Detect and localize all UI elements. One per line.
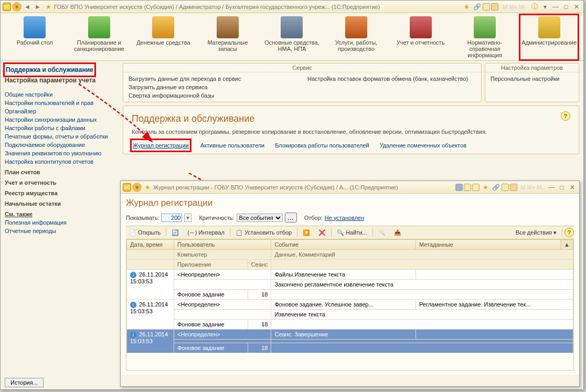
- close-icon[interactable]: ✕: [572, 2, 581, 12]
- section-ico-acc[interactable]: Учет и отчетность: [393, 16, 448, 58]
- clear-find-button[interactable]: 🔍: [375, 228, 389, 237]
- maximize-icon[interactable]: □: [557, 183, 567, 192]
- sidebar-link[interactable]: Настройка колонтитулов отчетов: [5, 157, 119, 166]
- section-label: Материальные запасы: [200, 39, 255, 52]
- open-button[interactable]: 📄 Открыть: [126, 228, 164, 237]
- find-button[interactable]: 🔍 Найти...: [334, 228, 370, 237]
- section-ico-plan[interactable]: Планирование и санкционирование: [71, 16, 126, 58]
- sidebar-link[interactable]: Общие настройки: [5, 90, 119, 99]
- help-icon[interactable]: ?: [564, 228, 574, 237]
- sidebar-link[interactable]: Настройки работы с файлами: [5, 124, 119, 132]
- table-row[interactable]: Фоновое задание18: [127, 343, 573, 353]
- all-actions-button[interactable]: Все действия ▾: [513, 228, 560, 237]
- star-icon[interactable]: ★: [44, 2, 53, 12]
- print-icon[interactable]: [464, 184, 471, 191]
- col-up-icon[interactable]: ▲: [561, 240, 573, 250]
- col-user[interactable]: Пользователь: [174, 240, 271, 250]
- show-input[interactable]: [161, 214, 182, 222]
- params-link[interactable]: Персональные настройки: [491, 75, 573, 83]
- section-ico-admin[interactable]: Администрирование: [521, 16, 577, 58]
- ico-desk-icon: [24, 16, 46, 38]
- col-datetime[interactable]: Дата, время: [127, 240, 174, 250]
- table-row[interactable]: i 26.11.2014 15:03:53<Неопределен>Файлы.…: [127, 270, 573, 280]
- table-row[interactable]: i 26.11.2014 15:03:53<Неопределен>Фоново…: [127, 300, 573, 310]
- star-icon[interactable]: ★: [143, 183, 152, 192]
- service-link[interactable]: Загрузить данные из сервиса: [129, 83, 297, 91]
- section-ico-assets[interactable]: Основные средства, НМА, НПА: [264, 16, 319, 58]
- sidebar-section[interactable]: Учет и отчетность: [5, 176, 119, 187]
- show-drop-icon[interactable]: ▾: [184, 214, 191, 222]
- table-row[interactable]: Извлечение текста: [127, 310, 573, 320]
- panel-link[interactable]: Блокировка работы пользователей: [275, 142, 369, 149]
- sidebar-section[interactable]: План счетов: [5, 166, 119, 176]
- section-ico-stock[interactable]: Материальные запасы: [200, 16, 255, 58]
- sidebar-link[interactable]: Полезная информация: [5, 218, 119, 227]
- history-button[interactable]: История...: [5, 378, 44, 387]
- dropdown-icon[interactable]: ▾: [12, 2, 22, 12]
- calc-icon[interactable]: [483, 3, 490, 10]
- service-link[interactable]: Настройка поставок форматов обмена (банк…: [307, 75, 476, 83]
- table-row[interactable]: [127, 340, 573, 343]
- calendar-icon[interactable]: [510, 184, 517, 191]
- panel-link[interactable]: Журнал регистрации: [132, 140, 190, 151]
- sidebar-params-link[interactable]: Настройка параметров учета: [5, 76, 119, 85]
- sidebar-link[interactable]: Настройки синхронизации данных: [5, 115, 119, 124]
- nav-back-icon[interactable]: ◄: [23, 2, 32, 12]
- filter-label: Отбор:: [304, 215, 323, 221]
- refresh-button[interactable]: 🔄: [168, 228, 182, 237]
- interval-button[interactable]: (↔) Интервал: [184, 228, 228, 237]
- crit-select[interactable]: Все события: [237, 214, 283, 222]
- sidebar-section[interactable]: Начальные остатки: [5, 197, 119, 208]
- minimize-icon[interactable]: —: [547, 183, 556, 192]
- section-ico-money[interactable]: Денежные средства: [136, 16, 191, 58]
- nav-fwd-icon[interactable]: ►: [33, 2, 42, 12]
- sidebar-link[interactable]: Подключаемое оборудование: [5, 141, 119, 149]
- maximize-icon[interactable]: □: [561, 2, 571, 12]
- section-ico-desk[interactable]: Рабочий стол: [7, 16, 62, 58]
- table-row[interactable]: Фоновое задание18: [127, 290, 573, 300]
- info-icon: i: [130, 272, 136, 278]
- help-drop-icon[interactable]: ▾: [540, 2, 550, 12]
- crit-more-button[interactable]: ...: [285, 213, 297, 223]
- section-ico-svc[interactable]: Услуги, работы, производство: [329, 16, 384, 58]
- journal-table[interactable]: Дата, время Пользователь Событие Метадан…: [126, 239, 573, 353]
- calc-icon[interactable]: [502, 184, 509, 191]
- clear-filter-button[interactable]: ❌: [315, 228, 329, 237]
- table-row[interactable]: i 26.11.2014 15:03:53<Неопределен>Сеанс.…: [127, 330, 573, 340]
- table-row[interactable]: Закончено регламентное извлечение текста: [127, 280, 573, 290]
- sidebar-link[interactable]: Отчетные периоды: [5, 227, 119, 235]
- panel-link[interactable]: Удаление помеченных объектов: [380, 142, 466, 149]
- filter-by-button[interactable]: 🔽: [300, 228, 313, 237]
- star2-icon[interactable]: ★: [481, 183, 490, 192]
- help-icon[interactable]: ?: [561, 111, 570, 121]
- sidebar-support-link[interactable]: Поддержка и обслуживание: [5, 64, 94, 76]
- link-icon[interactable]: 🔗: [472, 2, 482, 12]
- panel-title: Поддержка и обслуживание: [132, 113, 570, 124]
- service-link[interactable]: Выгрузить данные для перехода в сервис: [129, 75, 297, 83]
- sidebar-link[interactable]: Значения реквизитов по умолчанию: [5, 149, 119, 157]
- main-title: ГОБУ ВПО Университет искусств (Субсидия)…: [54, 4, 461, 10]
- favorites-icon[interactable]: ★: [462, 2, 471, 12]
- service-link[interactable]: Свертка информационной базы: [129, 91, 297, 100]
- params-group: Настройка параметров Персональные настро…: [485, 63, 579, 102]
- dropdown-icon[interactable]: ▾: [132, 183, 142, 192]
- sidebar-link[interactable]: Печатные формы, отчеты и обработки: [5, 132, 119, 141]
- set-filter-button[interactable]: 📋 Установить отбор: [232, 228, 295, 237]
- col-meta[interactable]: Метаданные: [415, 240, 560, 250]
- save-icon[interactable]: [455, 184, 463, 191]
- calendar-icon[interactable]: [491, 3, 498, 10]
- preview-icon[interactable]: [472, 184, 480, 191]
- link-icon[interactable]: 🔗: [491, 183, 500, 192]
- filter-link[interactable]: Не установлен: [325, 215, 364, 221]
- table-row[interactable]: Фоновое задание18: [127, 320, 573, 330]
- export-button[interactable]: 📤: [391, 228, 404, 237]
- info-icon[interactable]: ⓘ: [530, 2, 539, 12]
- panel-link[interactable]: Активные пользователи: [200, 142, 264, 149]
- minimize-icon[interactable]: —: [551, 2, 560, 12]
- close-icon[interactable]: ✕: [568, 183, 577, 192]
- section-ico-ref[interactable]: Нормативно-справочная информация: [457, 16, 513, 58]
- sidebar-link[interactable]: Настройки пользователей и прав: [5, 99, 119, 107]
- col-event[interactable]: Событие: [271, 240, 415, 250]
- sidebar-link[interactable]: Органайзер: [5, 107, 119, 115]
- sidebar-section[interactable]: Реестр имущества: [5, 187, 119, 197]
